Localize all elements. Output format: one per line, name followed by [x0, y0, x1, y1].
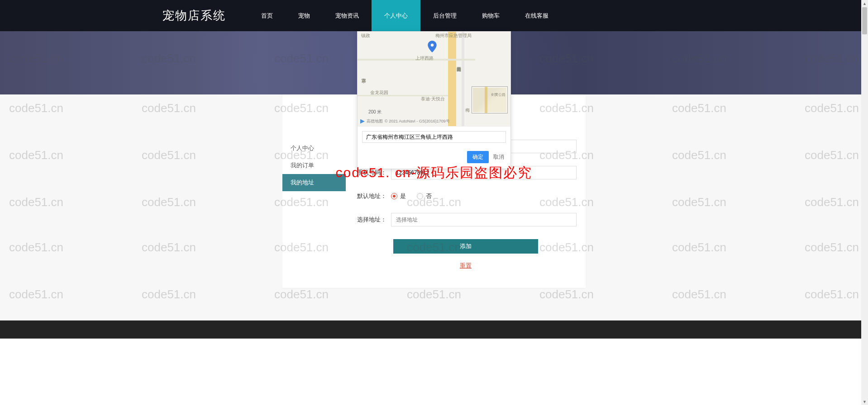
- map-label-1: 镇政: [361, 33, 370, 39]
- radio-icon-checked: [391, 193, 397, 199]
- nav-news[interactable]: 宠物资讯: [323, 0, 372, 31]
- map-canvas[interactable]: 镇政 梅州市应急管理局 上坪西路 字富路 金龙花园 泰迪·天悦台 梅英公园大道 …: [358, 32, 510, 127]
- label-select-addr: 选择地址：: [355, 216, 391, 224]
- nav-admin[interactable]: 后台管理: [420, 0, 469, 31]
- label-phone: 手机号码：: [355, 169, 391, 177]
- site-logo: 宠物店系统: [162, 8, 239, 24]
- modal-address-input[interactable]: [362, 131, 506, 143]
- scrollbar-thumb[interactable]: [862, 7, 867, 34]
- map-attribution: 高德地图 © 2021 AutoNavi - GS(2016)1709号: [360, 118, 450, 124]
- radio-icon-unchecked: [417, 193, 423, 199]
- map-label-8: 梅: [465, 107, 470, 113]
- nav-support[interactable]: 在线客服: [512, 0, 561, 31]
- radio-no[interactable]: 否: [417, 192, 432, 200]
- reset-link[interactable]: 重置: [460, 262, 472, 270]
- vertical-scrollbar[interactable]: ▲ ▼: [861, 0, 868, 339]
- mini-map-label: 剑黄公路: [491, 92, 506, 97]
- amap-logo-icon: [360, 119, 365, 124]
- page-footer: [0, 320, 868, 339]
- modal-confirm-button[interactable]: 确定: [467, 151, 489, 163]
- radio-yes-label: 是: [400, 192, 406, 200]
- nav-profile[interactable]: 个人中心: [372, 0, 420, 31]
- attribution-brand: 高德地图: [367, 118, 383, 124]
- modal-cancel-button[interactable]: 取消: [493, 153, 504, 161]
- main-nav: 首页 宠物 宠物资讯 个人中心 后台管理 购物车 在线客服: [248, 0, 561, 31]
- map-label-3: 上坪西路: [415, 55, 434, 61]
- top-header: 宠物店系统 首页 宠物 宠物资讯 个人中心 后台管理 购物车 在线客服: [0, 0, 868, 31]
- map-label-5: 金龙花园: [370, 89, 388, 96]
- attribution-copy: © 2021 AutoNavi - GS(2016)1709号: [385, 118, 450, 124]
- profile-sidebar: 个人中心 我的订单 我的地址: [282, 94, 346, 288]
- radio-yes[interactable]: 是: [391, 192, 406, 200]
- add-button[interactable]: 添加: [393, 239, 538, 254]
- nav-cart[interactable]: 购物车: [469, 0, 512, 31]
- map-label-6: 泰迪·天悦台: [421, 96, 445, 102]
- map-marker-icon: [428, 41, 437, 54]
- input-select-addr[interactable]: [391, 213, 577, 226]
- scroll-up-arrow-icon[interactable]: ▲: [861, 0, 868, 7]
- radio-no-label: 否: [426, 192, 432, 200]
- map-modal: 镇政 梅州市应急管理局 上坪西路 字富路 金龙花园 泰迪·天悦台 梅英公园大道 …: [357, 31, 511, 169]
- sidebar-item-address[interactable]: 我的地址: [282, 174, 346, 191]
- map-label-2: 梅州市应急管理局: [435, 33, 472, 39]
- sidebar-item-profile[interactable]: 个人中心: [282, 140, 346, 157]
- map-scale: 200 米: [368, 109, 382, 115]
- nav-home[interactable]: 首页: [248, 0, 286, 31]
- sidebar-item-orders[interactable]: 我的订单: [282, 157, 346, 174]
- mini-map[interactable]: 剑黄公路: [472, 86, 508, 113]
- nav-pets[interactable]: 宠物: [286, 0, 323, 31]
- label-default: 默认地址：: [355, 192, 391, 200]
